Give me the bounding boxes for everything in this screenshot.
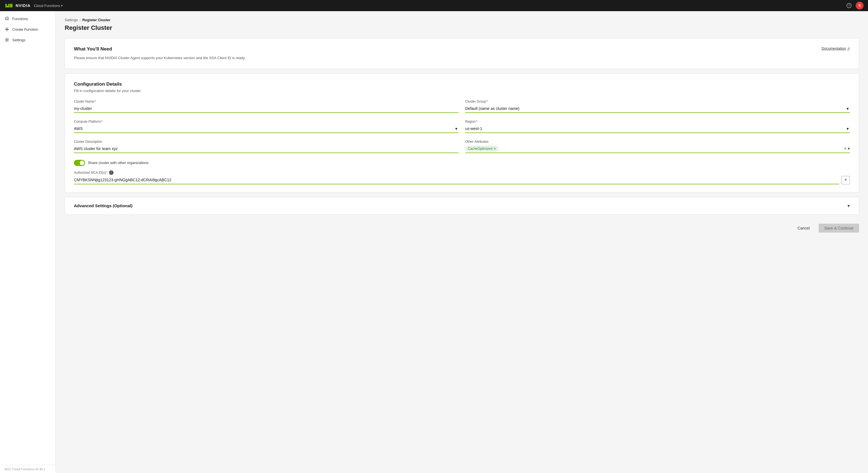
nca-add-button[interactable]: + [841, 176, 850, 184]
sidebar-functions-label: Functions [12, 17, 28, 21]
sidebar-settings-label: Settings [12, 38, 25, 42]
cancel-button[interactable]: Cancel [792, 224, 815, 232]
breadcrumb-parent[interactable]: Settings [65, 18, 78, 22]
nca-input[interactable] [74, 176, 839, 184]
compute-platform-label: Compute Platform* [74, 120, 459, 124]
sidebar-item-create-function[interactable]: Create Function [0, 24, 56, 35]
form-row-1: Cluster Name* Cluster Group* Default (sa… [74, 100, 850, 113]
cluster-name-input[interactable] [74, 104, 459, 113]
app-layout: NVIDIA Cloud Functions ▾ ? S Functions [0, 0, 868, 473]
user-avatar[interactable]: S [856, 2, 864, 9]
other-attributes-group: Other Attributes CacheOptimized × × [465, 140, 850, 153]
sidebar-nav: Functions Create Function Settings [0, 11, 56, 465]
cluster-desc-group: Cluster Description [74, 140, 459, 153]
tag-cache-optimized: CacheOptimized × [465, 146, 498, 152]
compute-platform-select[interactable]: AWS GCP Azure On-Premise [74, 125, 459, 132]
svg-point-3 [6, 39, 8, 41]
config-description: Fill in configuration details for your c… [74, 89, 850, 93]
what-description: Please ensure that NVIDIA Cluster Agent … [74, 55, 850, 61]
tag-remove-button[interactable]: × [494, 147, 496, 151]
nvidia-text: NVIDIA [16, 3, 30, 8]
sidebar-item-functions[interactable]: Functions [0, 13, 56, 24]
nca-input-row: + [74, 176, 850, 184]
tags-input-wrapper[interactable]: CacheOptimized × × ▾ [465, 145, 850, 153]
cluster-name-group: Cluster Name* [74, 100, 459, 113]
tags-clear-button[interactable]: × ▾ [844, 146, 850, 151]
nca-label-row: Authorized NCA ID(s)* i [74, 170, 850, 175]
cluster-desc-label: Cluster Description [74, 140, 459, 144]
top-bar: NVIDIA Cloud Functions ▾ ? S [0, 0, 868, 11]
advanced-chevron: ▾ [847, 203, 850, 209]
create-function-icon [4, 27, 9, 32]
share-toggle-label: Share cluster with other organizations [88, 161, 149, 165]
cluster-name-label: Cluster Name* [74, 100, 459, 103]
nca-info-icon[interactable]: i [109, 170, 114, 175]
sidebar-footer: NGC Cloud Functions v0.36.1 [0, 465, 56, 473]
nvidia-logo: NVIDIA [4, 3, 30, 8]
cluster-desc-input[interactable] [74, 145, 459, 153]
main-layout: Functions Create Function Settings NGC C [0, 11, 868, 473]
documentation-link[interactable]: Documentation ↗ [822, 46, 850, 51]
region-label: Region* [465, 120, 850, 124]
breadcrumb: Settings › Register Cluster [65, 18, 859, 22]
functions-icon [4, 16, 9, 21]
sidebar-create-function-label: Create Function [12, 27, 38, 32]
nca-section: Authorized NCA ID(s)* i + [74, 170, 850, 184]
share-toggle[interactable] [74, 160, 85, 166]
cluster-group-select[interactable]: Default (same as cluster name) Group A G… [465, 104, 850, 113]
breadcrumb-separator: › [80, 18, 81, 22]
svg-text:?: ? [848, 4, 850, 7]
what-you-need-card: What You'll Need Documentation ↗ Please … [65, 38, 859, 69]
cluster-group-group: Cluster Group* Default (same as cluster … [465, 100, 850, 113]
region-select[interactable]: us-west-1 us-east-1 eu-west-1 ap-southea… [465, 125, 850, 132]
page-content: Settings › Register Cluster Register Clu… [56, 11, 868, 242]
save-continue-button[interactable]: Save & Continue [818, 224, 859, 232]
form-row-2: Compute Platform* AWS GCP Azure On-Premi… [74, 120, 850, 133]
tags-input[interactable] [500, 147, 842, 151]
what-title: What You'll Need [74, 46, 112, 52]
content-area: Settings › Register Cluster Register Clu… [56, 11, 868, 473]
compute-platform-group: Compute Platform* AWS GCP Azure On-Premi… [74, 120, 459, 133]
help-icon[interactable]: ? [846, 2, 852, 9]
nvidia-logo-icon [4, 3, 13, 8]
what-header: What You'll Need Documentation ↗ [74, 46, 850, 52]
form-row-3: Cluster Description Other Attributes Cac… [74, 140, 850, 153]
share-toggle-row: Share cluster with other organizations [74, 160, 850, 166]
footer-actions: Cancel Save & Continue [65, 219, 859, 235]
region-select-wrapper: us-west-1 us-east-1 eu-west-1 ap-southea… [465, 125, 850, 133]
cloud-functions-label[interactable]: Cloud Functions ▾ [34, 4, 63, 8]
page-title: Register Cluster [65, 24, 859, 32]
compute-platform-select-wrapper: AWS GCP Azure On-Premise ▾ [74, 125, 459, 133]
sidebar: Functions Create Function Settings NGC C [0, 11, 56, 473]
toggle-slider [74, 160, 85, 166]
settings-icon [4, 37, 9, 42]
region-group: Region* us-west-1 us-east-1 eu-west-1 ap… [465, 120, 850, 133]
other-attributes-label: Other Attributes [465, 140, 850, 144]
config-title: Configuration Details [74, 82, 850, 87]
nca-label: Authorized NCA ID(s)* [74, 171, 107, 175]
advanced-settings-title: Advanced Settings (Optional) [74, 203, 132, 208]
advanced-settings-card[interactable]: Advanced Settings (Optional) ▾ [65, 197, 859, 215]
breadcrumb-current: Register Cluster [82, 18, 110, 22]
sidebar-item-settings[interactable]: Settings [0, 35, 56, 45]
config-card: Configuration Details Fill in configurat… [65, 73, 859, 192]
cluster-group-select-wrapper: Default (same as cluster name) Group A G… [465, 104, 850, 113]
cluster-group-label: Cluster Group* [465, 100, 850, 103]
